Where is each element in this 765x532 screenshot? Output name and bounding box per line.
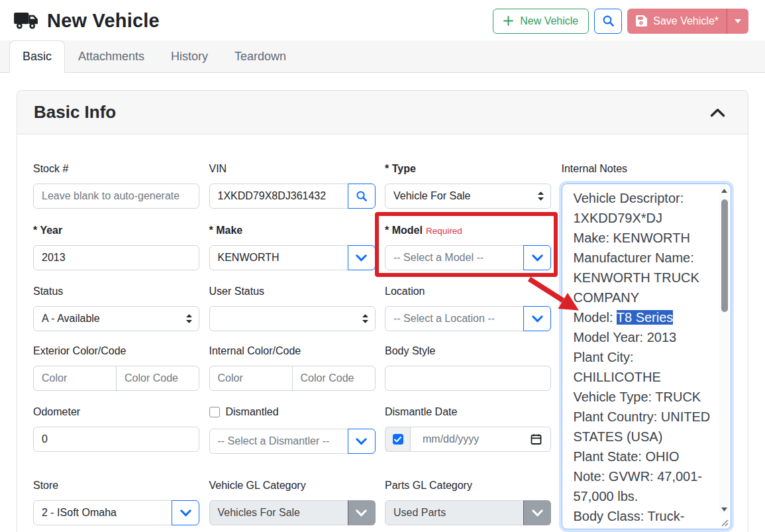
type-label: * Type — [385, 161, 551, 177]
make-input[interactable]: KENWORTH — [209, 245, 348, 270]
chevron-down-icon — [356, 254, 367, 262]
card-title: Basic Info — [34, 102, 116, 123]
basic-info-card-body: Stock # Leave blank to auto-generate VIN… — [17, 134, 748, 532]
notes-scrollbar[interactable] — [719, 186, 729, 514]
chevron-down-icon — [356, 438, 367, 445]
truck-icon — [13, 11, 39, 31]
vehicle-gl-label: Vehicle GL Category — [209, 478, 376, 494]
status-select[interactable]: A - Available — [33, 306, 199, 331]
odometer-label: Odometer — [33, 404, 199, 420]
tab-bar: Basic Attachments History Teardown — [0, 40, 765, 73]
body-style-input[interactable] — [385, 366, 551, 391]
check-icon — [394, 437, 401, 443]
model-required-badge: Required — [426, 226, 462, 236]
parts-gl-input: Used Parts — [385, 500, 524, 525]
vehicle-gl-value: Vehicles For Sale — [218, 507, 301, 519]
model-input[interactable]: -- Select a Model -- — [385, 245, 524, 270]
tab-history-label: History — [171, 50, 208, 64]
vin-search-button[interactable] — [348, 184, 376, 209]
stock-number-input[interactable]: Leave blank to auto-generate — [33, 184, 199, 209]
exterior-color-code-placeholder: Color Code — [125, 372, 178, 384]
exterior-color-input[interactable]: Color — [33, 366, 117, 391]
caret-down-icon — [735, 19, 741, 23]
chevron-down-icon — [532, 254, 543, 262]
internal-color-code-input[interactable]: Color Code — [292, 366, 376, 391]
exterior-color-label: Exterior Color/Code — [33, 343, 199, 359]
dismantled-checkbox[interactable] — [209, 407, 220, 417]
model-dropdown-button[interactable] — [523, 245, 551, 270]
basic-info-card-header[interactable]: Basic Info — [17, 91, 748, 134]
exterior-color-placeholder: Color — [42, 372, 67, 384]
select-updown-icon — [185, 313, 193, 324]
tab-attachments[interactable]: Attachments — [65, 40, 158, 73]
parts-gl-dropdown-button — [523, 500, 551, 525]
internal-color-placeholder: Color — [218, 372, 243, 384]
save-vehicle-split-button: Save Vehicle* — [627, 9, 748, 34]
location-dropdown-button[interactable] — [523, 306, 551, 331]
body-style-label: Body Style — [385, 343, 551, 359]
dismantler-dropdown-button[interactable] — [348, 429, 376, 454]
odometer-value: 0 — [42, 433, 48, 445]
exterior-color-code-input[interactable]: Color Code — [116, 366, 199, 391]
calendar-icon[interactable] — [531, 434, 542, 445]
select-updown-icon — [362, 313, 369, 324]
basic-info-card: Basic Info Stock # Leave blank to auto-g… — [17, 90, 748, 532]
dismantle-date-input[interactable]: mm/dd/yyyy — [410, 427, 551, 452]
year-value: 2013 — [42, 252, 66, 264]
save-options-dropdown-button[interactable] — [727, 9, 748, 34]
parts-gl-value: Used Parts — [393, 507, 446, 519]
internal-notes-textarea[interactable]: Vehicle Descriptor:1XKDD79X*DJMake: KENW… — [562, 184, 732, 529]
odometer-input[interactable]: 0 — [33, 427, 199, 452]
dismantle-date-checkbox[interactable] — [393, 434, 403, 445]
vehicle-gl-dropdown-button — [348, 500, 376, 525]
year-input[interactable]: 2013 — [33, 245, 199, 270]
internal-color-label: Internal Color/Code — [209, 343, 376, 359]
vehicle-gl-input: Vehicles For Sale — [209, 500, 348, 525]
chevron-up-icon[interactable] — [710, 108, 725, 117]
user-status-select[interactable] — [209, 306, 376, 331]
tab-basic-label: Basic — [23, 50, 52, 64]
dismantle-date-placeholder: mm/dd/yyyy — [423, 433, 479, 445]
make-label: * Make — [209, 223, 376, 239]
vin-input[interactable]: 1XKDD79X8DJ361432 — [209, 184, 348, 209]
new-vehicle-button[interactable]: New Vehicle — [493, 9, 589, 34]
search-icon — [356, 190, 368, 202]
plus-icon — [503, 16, 513, 26]
dismantler-placeholder: -- Select a Dismantler -- — [218, 435, 330, 447]
resize-grip-icon[interactable] — [719, 517, 729, 527]
vin-value: 1XKDD79X8DJ361432 — [218, 190, 327, 202]
select-updown-icon — [537, 191, 544, 201]
header-actions: New Vehicle Save Vehicle* — [493, 9, 748, 34]
store-dropdown-button[interactable] — [172, 500, 199, 525]
tab-attachments-label: Attachments — [78, 50, 144, 64]
notes-scrollbar-thumb[interactable] — [721, 199, 728, 312]
location-input[interactable]: -- Select a Location -- — [385, 306, 524, 331]
save-vehicle-button-label: Save Vehicle* — [653, 15, 719, 27]
internal-notes-label: Internal Notes — [562, 161, 732, 177]
tab-basic[interactable]: Basic — [9, 40, 65, 73]
store-value: 2 - ISoft Omaha — [42, 507, 117, 519]
status-label: Status — [33, 284, 199, 299]
tab-teardown-label: Teardown — [234, 50, 286, 64]
dismantler-input[interactable]: -- Select a Dismantler -- — [209, 429, 348, 454]
search-button[interactable] — [594, 9, 622, 34]
chevron-down-icon — [180, 509, 191, 517]
location-label: Location — [385, 284, 551, 299]
scrollbar-up-arrow-icon[interactable] — [719, 186, 729, 195]
internal-color-input[interactable]: Color — [209, 366, 293, 391]
location-placeholder: -- Select a Location -- — [393, 313, 495, 325]
year-label: * Year — [33, 223, 199, 239]
tab-history[interactable]: History — [158, 40, 221, 73]
scrollbar-down-arrow-icon[interactable] — [719, 504, 729, 514]
internal-notes-text: Vehicle Descriptor:1XKDD79X*DJMake: KENW… — [574, 188, 707, 526]
type-select[interactable]: Vehicle For Sale — [385, 184, 551, 209]
model-label: * ModelRequired — [385, 223, 551, 239]
make-value: KENWORTH — [218, 252, 280, 264]
tab-teardown[interactable]: Teardown — [221, 40, 299, 73]
dismantled-label: Dismantled — [226, 404, 279, 420]
page-title: New Vehicle — [47, 10, 160, 32]
dismantle-date-label: Dismantle Date — [385, 404, 551, 420]
save-vehicle-button[interactable]: Save Vehicle* — [627, 9, 727, 34]
store-input[interactable]: 2 - ISoft Omaha — [33, 500, 172, 525]
make-dropdown-button[interactable] — [348, 245, 376, 270]
